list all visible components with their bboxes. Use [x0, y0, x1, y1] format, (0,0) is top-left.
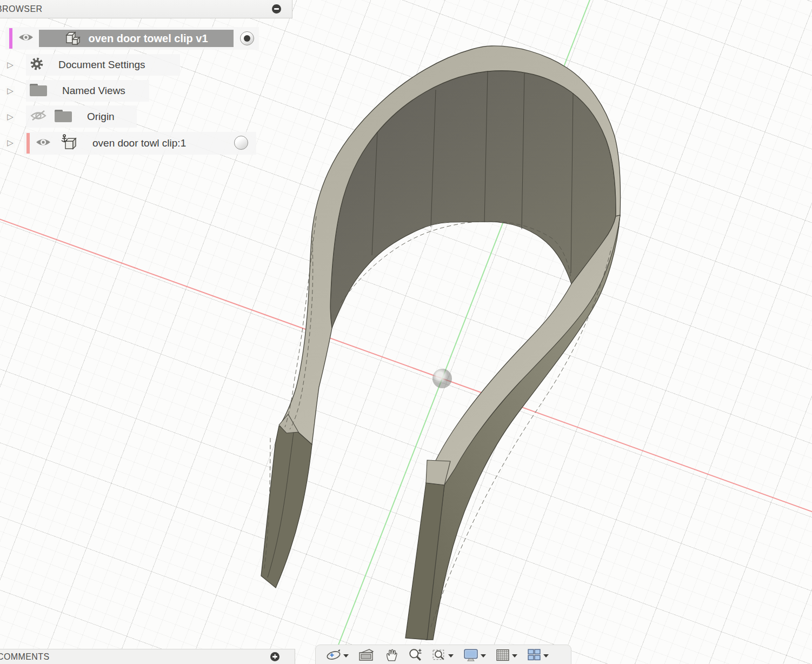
pan-hand-icon — [384, 648, 398, 664]
tree-row-origin[interactable]: Origin — [26, 105, 137, 128]
viewports-icon — [527, 648, 541, 664]
grounded-component-icon — [60, 134, 78, 153]
window-zoom-icon — [432, 648, 446, 664]
document-settings-label: Document Settings — [58, 59, 145, 71]
expand-arrow-origin[interactable]: ▷ — [5, 112, 15, 122]
grid-icon — [496, 648, 510, 664]
document-name-label: oven door towel clip v1 — [88, 32, 208, 45]
expand-arrow-document-settings[interactable]: ▷ — [5, 60, 15, 70]
expand-arrow-component[interactable]: ▷ — [5, 138, 15, 148]
browser-collapse-button[interactable] — [272, 4, 281, 14]
tree-row-document[interactable]: oven door towel clip v1 — [5, 27, 259, 50]
orbit-dropdown-caret[interactable] — [343, 654, 349, 658]
window-zoom-button[interactable] — [427, 647, 458, 664]
add-comment-button[interactable] — [270, 652, 279, 661]
component-activate-radio[interactable] — [234, 136, 248, 150]
tree-row-component[interactable]: oven door towl clip:1 — [24, 132, 256, 155]
document-activate-radio[interactable] — [240, 31, 254, 45]
expand-arrow-named-views[interactable]: ▷ — [5, 86, 15, 96]
visibility-eye-icon[interactable] — [18, 32, 34, 44]
named-views-label: Named Views — [62, 85, 125, 97]
viewports-dropdown-caret[interactable] — [543, 654, 549, 658]
orbit-icon — [326, 648, 341, 664]
window-zoom-dropdown-caret[interactable] — [448, 654, 454, 658]
visibility-off-eye-icon[interactable] — [30, 110, 46, 124]
grid-and-snaps-button[interactable] — [491, 647, 522, 664]
navigation-toolbar — [315, 645, 571, 664]
folder-icon — [54, 109, 72, 125]
document-selection-bar — [9, 28, 12, 49]
tree-row-document-settings[interactable]: Document Settings — [26, 54, 180, 76]
origin-label: Origin — [87, 111, 115, 123]
comments-panel-title: COMMENTS — [0, 649, 50, 664]
browser-panel-title: BROWSER — [0, 0, 42, 18]
pan-button[interactable] — [380, 647, 403, 664]
viewports-button[interactable] — [522, 647, 554, 664]
model-left-leg — [261, 426, 312, 588]
display-settings-dropdown-caret[interactable] — [481, 654, 486, 658]
visibility-eye-icon[interactable] — [35, 137, 51, 149]
tree-row-named-views[interactable]: Named Views — [26, 80, 149, 102]
component-name-label: oven door towl clip:1 — [92, 137, 186, 149]
zoom-magnifier-icon — [408, 648, 422, 664]
display-settings-monitor-icon — [463, 648, 478, 664]
display-settings-button[interactable] — [458, 647, 491, 664]
comments-panel: COMMENTS — [0, 649, 295, 664]
zoom-button[interactable] — [403, 647, 427, 664]
anchor-icon — [62, 135, 67, 142]
minus-icon — [274, 8, 279, 9]
look-at-icon — [358, 648, 375, 664]
gear-icon — [29, 56, 44, 74]
browser-panel-header: BROWSER — [0, 0, 292, 18]
document-cube-icon — [64, 29, 82, 48]
plus-icon-bar — [274, 654, 275, 659]
grid-dropdown-caret[interactable] — [512, 654, 517, 658]
component-selection-bar — [26, 133, 30, 154]
folder-icon — [29, 83, 48, 99]
selected-document-highlight[interactable]: oven door towel clip v1 — [39, 30, 234, 47]
look-at-button[interactable] — [354, 647, 380, 664]
orbit-button[interactable] — [321, 647, 354, 664]
